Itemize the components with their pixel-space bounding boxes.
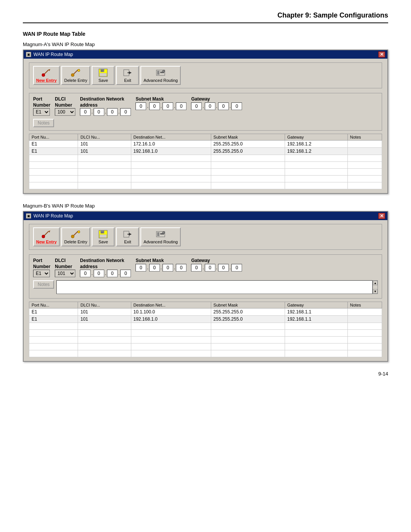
table-cell (211, 162, 285, 169)
dest-octet-1[interactable] (80, 108, 91, 116)
scroll-down-arrow[interactable]: ▼ (373, 289, 378, 294)
table-cell (131, 169, 211, 176)
table-cell (285, 162, 347, 169)
table-cell: E1 (29, 316, 78, 323)
svg-text:77: 77 (101, 232, 104, 234)
subnet-octet-3[interactable] (162, 102, 173, 110)
dlci-number-group: DLCINumber 100 (55, 96, 75, 116)
gateway-octet-b-1[interactable] (191, 264, 202, 272)
advanced-routing-button-b[interactable]: Advanced Routing (140, 227, 181, 246)
svg-rect-15 (157, 71, 159, 75)
table-cell (347, 141, 382, 148)
exit-button-b[interactable]: Exit (116, 227, 139, 246)
svg-rect-33 (157, 232, 159, 236)
table-cell (211, 182, 285, 189)
col-dest: Destination Net... (131, 134, 211, 141)
table-cell (285, 350, 347, 357)
port-select[interactable]: E1 (33, 108, 50, 116)
dlci-select[interactable]: 100 (55, 108, 75, 116)
table-cell (78, 182, 131, 189)
table-cell (78, 176, 131, 182)
notes-textarea-b[interactable] (56, 280, 373, 294)
dest-octet-b-2[interactable] (94, 270, 104, 277)
col-b-dlci: DLCI Nu... (78, 302, 131, 308)
window-a-body: New Entry Delete Entry (24, 59, 387, 193)
close-button-b[interactable]: ✕ (378, 213, 385, 219)
subnet-octet-4[interactable] (176, 102, 186, 110)
gateway-octet-3[interactable] (218, 102, 229, 110)
gateway-octet-b-4[interactable] (231, 264, 242, 272)
new-entry-button-b[interactable]: New Entry (33, 227, 60, 246)
delete-entry-button-b[interactable]: Delete Entry (61, 227, 91, 246)
dlci-select-b[interactable]: 101 (55, 270, 75, 277)
section-title: WAN IP Route Map Table (23, 31, 388, 37)
table-cell (211, 155, 285, 162)
col-subnet: Subnet Mask (211, 134, 285, 141)
form-row-main: PortNumber E1 DLCINumber 100 (33, 96, 378, 116)
close-button[interactable]: ✕ (378, 51, 385, 58)
table-cell (211, 330, 285, 337)
svg-point-4 (71, 73, 74, 77)
dest-label: Destination Networkaddress (80, 96, 131, 108)
table-row (29, 176, 382, 182)
port-select-b[interactable]: E1 (33, 270, 50, 277)
window-b-body: New Entry Delete Entry (24, 220, 387, 361)
table-cell: 192.168.1.0 (131, 148, 211, 155)
gateway-octet-2[interactable] (205, 102, 215, 110)
dest-octet-b-4[interactable] (120, 270, 131, 277)
subnet-octet-b-2[interactable] (149, 264, 160, 272)
col-gateway: Gateway (285, 134, 347, 141)
table-cell: 101 (78, 308, 131, 316)
col-b-port: Port Nu... (29, 302, 78, 308)
table-cell (131, 162, 211, 169)
gateway-octet-1[interactable] (191, 102, 202, 110)
new-entry-label-b: New Entry (36, 240, 57, 244)
svg-text:77: 77 (101, 70, 104, 72)
exit-button[interactable]: Exit (116, 66, 139, 85)
advanced-routing-button[interactable]: Advanced Routing (140, 66, 181, 85)
dest-octet-2[interactable] (94, 108, 104, 116)
subnet-octet-b-3[interactable] (162, 264, 173, 272)
dest-octet-b-1[interactable] (80, 270, 91, 277)
gateway-octet-b-3[interactable] (218, 264, 229, 272)
table-cell (131, 155, 211, 162)
table-cell (131, 350, 211, 357)
port-label: PortNumber (33, 96, 50, 108)
table-cell (211, 343, 285, 350)
gateway-label-b: Gateway (191, 258, 242, 264)
table-cell (347, 176, 382, 182)
table-cell: 101 (78, 316, 131, 323)
dest-octet-3[interactable] (107, 108, 118, 116)
table-row (29, 330, 382, 337)
port-number-group: PortNumber E1 (33, 96, 50, 116)
delete-entry-icon-b (70, 230, 81, 239)
page-number: 9-14 (23, 371, 388, 377)
col-dlci: DLCI Nu... (78, 134, 131, 141)
subnet-octet-1[interactable] (135, 102, 146, 110)
notes-button[interactable]: Notes (33, 119, 54, 127)
gateway-octet-b-2[interactable] (205, 264, 215, 272)
table-row (29, 337, 382, 343)
dest-octet-4[interactable] (120, 108, 131, 116)
table-cell (285, 323, 347, 330)
table-header-row: Port Nu... DLCI Nu... Destination Net...… (29, 134, 382, 141)
save-button[interactable]: 77 Save (92, 66, 115, 85)
save-button-b[interactable]: 77 Save (92, 227, 115, 246)
gateway-octet-4[interactable] (231, 102, 242, 110)
notes-button-b[interactable]: Notes (33, 280, 54, 289)
dest-octet-b-3[interactable] (107, 270, 118, 277)
table-cell (29, 350, 78, 357)
subnet-octet-b-4[interactable] (176, 264, 186, 272)
subnet-octet-2[interactable] (149, 102, 160, 110)
delete-entry-button[interactable]: Delete Entry (61, 66, 91, 85)
subnet-ip-field-b: . . . (135, 264, 186, 272)
delete-entry-label-b: Delete Entry (64, 240, 88, 244)
new-entry-button[interactable]: New Entry (33, 66, 60, 85)
subnet-octet-b-1[interactable] (135, 264, 146, 272)
table-row (29, 169, 382, 176)
table-row (29, 323, 382, 330)
svg-marker-2 (49, 69, 50, 71)
scroll-up-arrow[interactable]: ▲ (373, 281, 378, 285)
table-row (29, 350, 382, 357)
table-cell (347, 148, 382, 155)
